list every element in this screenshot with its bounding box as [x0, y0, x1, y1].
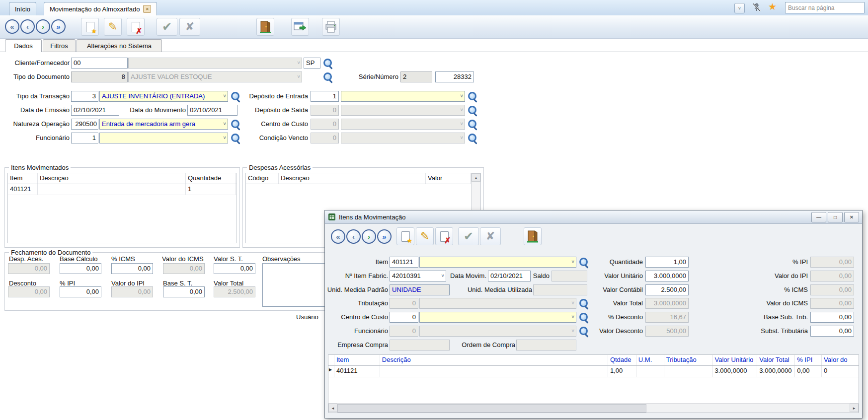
- subst-tributaria-input[interactable]: 0,00: [810, 326, 854, 337]
- cell-um[interactable]: [636, 366, 664, 377]
- funcionario-code-input[interactable]: 0: [390, 326, 418, 337]
- unid-medida-padrao-input[interactable]: UNIDADE: [390, 284, 450, 295]
- chevron-down-icon[interactable]: ˅: [460, 108, 463, 113]
- search-lookup-icon[interactable]: [231, 91, 241, 102]
- nav-previous-button[interactable]: ‹: [20, 19, 35, 34]
- base-sub-trib-input[interactable]: 0,00: [810, 312, 854, 323]
- modal-nav-first-button[interactable]: «: [331, 229, 345, 244]
- close-button[interactable]: ✕: [844, 212, 859, 222]
- valor-ipi-input[interactable]: 0,00: [111, 286, 153, 297]
- modal-nav-next-button[interactable]: ›: [362, 229, 376, 244]
- chevron-down-icon[interactable]: ˅: [571, 315, 574, 320]
- valor-desconto-input[interactable]: 500,00: [645, 326, 689, 337]
- perc-icms-input[interactable]: 0,00: [810, 284, 854, 295]
- scroll-right-icon[interactable]: ▸: [850, 404, 859, 412]
- maximize-button[interactable]: □: [828, 212, 843, 222]
- funcionario-select[interactable]: ˅: [99, 133, 228, 143]
- funcionario-select[interactable]: ˅: [419, 326, 576, 337]
- desp-aces-input[interactable]: 0,00: [8, 263, 50, 274]
- table-row[interactable]: 401121 1: [8, 184, 237, 195]
- chevron-down-icon[interactable]: ˅: [297, 74, 300, 79]
- cliente-fornecedor-uf[interactable]: SP: [304, 58, 320, 69]
- search-lookup-icon[interactable]: [323, 72, 333, 82]
- cell-quantidade[interactable]: 1: [186, 184, 236, 195]
- scroll-left-icon[interactable]: ◂: [328, 404, 337, 412]
- valor-icms-input[interactable]: 0,00: [163, 263, 205, 274]
- perc-ipi-input[interactable]: 0,00: [60, 286, 101, 297]
- cell-perc-ipi[interactable]: 0,00: [795, 366, 822, 377]
- valor-contabil-input[interactable]: 2.500,00: [645, 284, 689, 295]
- saldo-input[interactable]: [552, 271, 587, 281]
- exit-button[interactable]: [256, 18, 274, 36]
- tab-inicio[interactable]: Início: [9, 2, 36, 15]
- cliente-fornecedor-select[interactable]: ˅: [128, 58, 302, 69]
- valor-total-input[interactable]: 3.000,0000: [645, 298, 689, 309]
- pin-icon[interactable]: [751, 2, 762, 13]
- natureza-operacao-select[interactable]: Entrada de mercadoria arm gera ˅: [99, 119, 228, 130]
- valor-icms-input[interactable]: 0,00: [810, 298, 854, 309]
- modal-new-record-button[interactable]: ★: [396, 227, 414, 245]
- cell-item[interactable]: 401121: [8, 184, 38, 195]
- condicao-vencto-select[interactable]: ˅: [341, 133, 465, 143]
- search-input[interactable]: [785, 2, 865, 13]
- search-lookup-icon[interactable]: [468, 133, 478, 143]
- modal-exit-button[interactable]: [524, 227, 542, 245]
- favorite-star-icon[interactable]: ★: [768, 2, 777, 11]
- tipo-transacao-select[interactable]: AJUSTE INVENTÁRIO (ENTRADA) ˅: [99, 91, 228, 102]
- perc-ipi-input[interactable]: 0,00: [810, 257, 854, 268]
- chevron-down-icon[interactable]: ˅: [460, 94, 463, 99]
- deposito-saida-code-input[interactable]: 0: [311, 105, 339, 116]
- chevron-down-icon[interactable]: ˅: [223, 136, 226, 140]
- base-st-input[interactable]: 0,00: [163, 286, 205, 297]
- deposito-entrada-code-input[interactable]: 1: [311, 91, 339, 102]
- cell-descricao[interactable]: [380, 366, 608, 377]
- delete-record-button[interactable]: ✗: [127, 18, 145, 36]
- chevron-down-icon[interactable]: ˅: [297, 61, 300, 66]
- confirm-button[interactable]: ✔: [157, 18, 177, 36]
- modal-cancel-button[interactable]: ✘: [480, 227, 501, 245]
- search-lookup-icon[interactable]: [579, 312, 589, 323]
- desconto-input[interactable]: 0,00: [8, 286, 50, 297]
- modal-edit-record-button[interactable]: ✎: [416, 227, 434, 245]
- centro-custo-select[interactable]: ˅: [419, 312, 576, 323]
- cell-item[interactable]: 401121: [334, 366, 380, 377]
- cell-valor-unitario[interactable]: 3.000,0000: [713, 366, 758, 377]
- minimize-button[interactable]: —: [811, 212, 826, 222]
- nav-next-button[interactable]: ›: [36, 19, 50, 34]
- nav-last-button[interactable]: »: [51, 19, 66, 34]
- item-select[interactable]: ˅: [419, 257, 576, 268]
- modal-nav-last-button[interactable]: »: [377, 229, 392, 244]
- quantidade-input[interactable]: 1,00: [645, 257, 689, 268]
- chevron-down-icon[interactable]: ˅: [571, 301, 574, 306]
- tipo-documento-code-input[interactable]: 8: [71, 71, 128, 82]
- valor-ipi-input[interactable]: 0,00: [810, 271, 854, 281]
- chevron-down-icon[interactable]: ˅: [441, 274, 444, 279]
- tributacao-code-input[interactable]: 0: [390, 298, 418, 309]
- numero-input[interactable]: 28332: [435, 71, 474, 82]
- perc-icms-input[interactable]: 0,00: [111, 263, 153, 274]
- search-lookup-icon[interactable]: [323, 58, 333, 69]
- search-lookup-icon[interactable]: [579, 298, 589, 309]
- valor-total-input[interactable]: 2.500,00: [214, 286, 255, 297]
- tab-filtros[interactable]: Filtros: [43, 39, 76, 52]
- search-lookup-icon[interactable]: [579, 326, 589, 337]
- deposito-entrada-select[interactable]: ˅: [341, 91, 465, 102]
- cell-valor-total[interactable]: 3.000,0000: [757, 366, 795, 377]
- nav-first-button[interactable]: «: [5, 19, 19, 34]
- toolbar-options-dropdown[interactable]: ˅: [734, 3, 745, 13]
- cell-descricao[interactable]: [38, 184, 186, 195]
- chevron-down-icon[interactable]: ˅: [571, 260, 574, 265]
- centro-custo-code-input[interactable]: 0: [311, 119, 339, 130]
- modal-nav-previous-button[interactable]: ‹: [346, 229, 361, 244]
- horizontal-scrollbar[interactable]: ◂ ▸: [328, 403, 859, 413]
- data-movimento-input[interactable]: 02/10/2021: [187, 105, 237, 116]
- search-lookup-icon[interactable]: [579, 257, 589, 268]
- tributacao-select[interactable]: ˅: [419, 298, 576, 309]
- item-fabric-select[interactable]: 42010391 ˅: [390, 271, 446, 281]
- unid-medida-utilizada-input[interactable]: [533, 284, 587, 295]
- scroll-up-icon[interactable]: ▴: [472, 173, 480, 182]
- cell-qtdade[interactable]: 1,00: [608, 366, 636, 377]
- search-lookup-icon[interactable]: [468, 91, 478, 102]
- dialog-title-bar[interactable]: Itens da Movimentação — □ ✕: [325, 210, 862, 224]
- centro-custo-select[interactable]: ˅: [341, 119, 465, 130]
